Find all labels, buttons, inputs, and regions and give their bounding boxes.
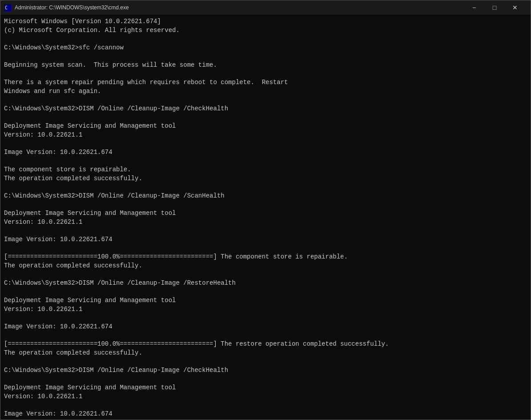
svg-text:C: C [5, 5, 8, 10]
terminal-body: Microsoft Windows [Version 10.0.22621.67… [0, 15, 531, 420]
close-button[interactable]: ✕ [505, 0, 525, 15]
title-bar-left: C Administrator: C:\WINDOWS\system32\cmd… [4, 4, 129, 11]
terminal-output: Microsoft Windows [Version 10.0.22621.67… [4, 17, 525, 418]
cmd-window: C Administrator: C:\WINDOWS\system32\cmd… [0, 0, 531, 420]
window-title: Administrator: C:\WINDOWS\system32\cmd.e… [15, 4, 129, 11]
terminal-content[interactable]: Microsoft Windows [Version 10.0.22621.67… [2, 16, 527, 418]
title-bar: C Administrator: C:\WINDOWS\system32\cmd… [0, 0, 531, 15]
maximize-button[interactable]: □ [484, 0, 505, 15]
cmd-icon: C [4, 4, 11, 11]
window-controls: − □ ✕ [464, 0, 525, 15]
minimize-button[interactable]: − [464, 0, 484, 15]
